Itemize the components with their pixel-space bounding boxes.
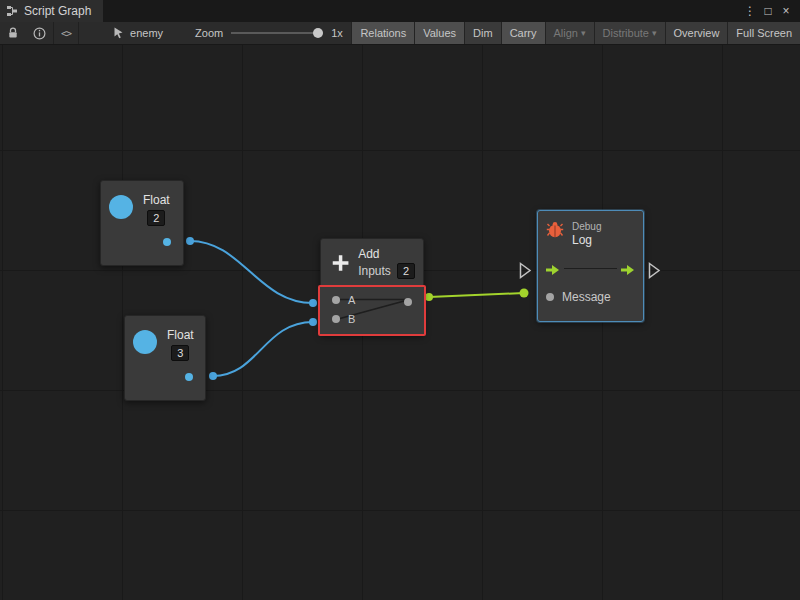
input-port-b[interactable] <box>332 315 340 323</box>
close-icon[interactable]: × <box>778 0 794 22</box>
wire-endpoint <box>309 299 317 307</box>
maximize-icon[interactable]: □ <box>760 0 776 22</box>
add-icon <box>331 252 350 274</box>
flow-ports-row <box>538 255 643 281</box>
float-value-input[interactable]: 3 <box>171 345 189 361</box>
message-port-row: Message <box>538 290 643 304</box>
code-preview-icon[interactable]: <> <box>54 22 78 44</box>
float-output-port[interactable] <box>185 373 193 381</box>
bug-icon <box>546 221 564 238</box>
node-category: Debug <box>572 221 601 232</box>
port-label: B <box>348 313 355 325</box>
flow-output-port[interactable] <box>620 262 636 280</box>
flow-input-port[interactable] <box>545 262 561 280</box>
chevron-down-icon: ▾ <box>652 28 657 38</box>
wire-endpoint <box>186 237 194 245</box>
add-node[interactable]: Add Inputs 2 A B <box>320 238 424 335</box>
carry-button[interactable]: Carry <box>501 22 545 44</box>
wire-endpoint <box>425 293 433 301</box>
output-port-sum[interactable] <box>404 298 412 306</box>
add-node-ports-selected[interactable]: A B <box>318 285 426 336</box>
wire-float2-to-b <box>213 322 313 376</box>
float-value-input[interactable]: 2 <box>147 210 165 226</box>
flow-socket-right[interactable] <box>647 261 662 280</box>
port-row-a: A <box>320 290 424 309</box>
wire-add-to-message <box>429 293 524 297</box>
relations-button[interactable]: Relations <box>351 22 414 44</box>
graph-canvas[interactable]: Float 2 Float 3 Add Inputs 2 <box>0 45 800 600</box>
port-label: A <box>348 294 355 306</box>
zoom-control: Zoom 1x <box>195 27 343 39</box>
float-type-icon <box>133 330 157 354</box>
window-menu-icon[interactable]: ⋮ <box>742 0 758 22</box>
float-node-2[interactable]: Float 3 <box>124 315 206 401</box>
port-row-b: B <box>320 309 424 328</box>
node-title: Log <box>572 233 601 247</box>
zoom-label: Zoom <box>195 27 223 39</box>
target-cursor-icon <box>113 27 124 39</box>
zoom-slider[interactable] <box>231 27 323 39</box>
graph-toolbar: <> enemy Zoom 1x Relations Values Dim Ca… <box>0 22 800 45</box>
zoom-slider-track <box>231 32 323 34</box>
fullscreen-button[interactable]: Full Screen <box>727 22 800 44</box>
float-type-icon <box>109 195 133 219</box>
tab-script-graph[interactable]: Script Graph <box>0 0 103 22</box>
distribute-button[interactable]: Distribute▾ <box>594 22 665 44</box>
relation-line <box>564 268 617 269</box>
title-bar: Script Graph ⋮ □ × <box>0 0 800 22</box>
graph-target[interactable]: enemy <box>113 27 163 39</box>
chevron-down-icon: ▾ <box>581 28 586 38</box>
wire-endpoint <box>520 289 529 298</box>
script-graph-icon <box>6 5 18 17</box>
toolbar-buttons: Relations Values Dim Carry Align▾ Distri… <box>351 22 800 44</box>
node-title: Add <box>358 247 415 261</box>
wire-float1-to-a <box>190 241 313 303</box>
window-controls: ⋮ □ × <box>742 0 800 22</box>
lock-icon[interactable] <box>0 22 26 44</box>
node-title: Float <box>143 193 170 207</box>
input-port-a[interactable] <box>332 296 340 304</box>
dim-button[interactable]: Dim <box>464 22 501 44</box>
target-name-label: enemy <box>130 27 163 39</box>
add-subtitle: Inputs <box>358 264 391 278</box>
values-button[interactable]: Values <box>414 22 464 44</box>
zoom-slider-handle[interactable] <box>313 28 323 38</box>
port-label: Message <box>562 290 611 304</box>
float-node-1[interactable]: Float 2 <box>100 180 184 266</box>
tab-title: Script Graph <box>24 4 91 18</box>
wire-endpoint <box>209 372 217 380</box>
float-output-port[interactable] <box>163 238 171 246</box>
wire-endpoint <box>309 318 317 326</box>
overview-button[interactable]: Overview <box>665 22 728 44</box>
align-button[interactable]: Align▾ <box>545 22 594 44</box>
node-title: Float <box>167 328 194 342</box>
flow-socket-left[interactable] <box>518 261 533 280</box>
message-input-port[interactable] <box>546 293 554 301</box>
add-inputs-count[interactable]: 2 <box>397 263 415 279</box>
toolbar-separator <box>78 22 79 44</box>
zoom-value: 1x <box>331 27 343 39</box>
debug-log-node[interactable]: Debug Log Message <box>537 210 644 322</box>
info-icon[interactable] <box>26 22 53 44</box>
